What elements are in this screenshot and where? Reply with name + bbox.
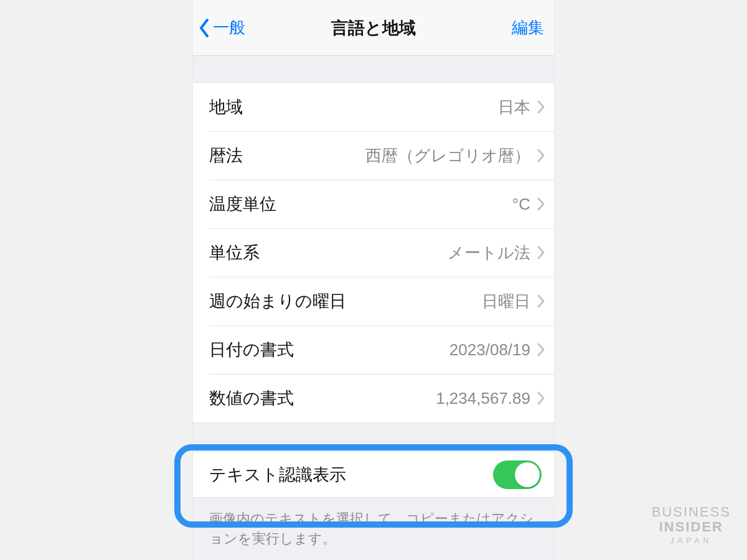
row-date-format[interactable]: 日付の書式 2023/08/19 xyxy=(193,325,554,374)
row-value: 西暦（グレゴリオ暦） xyxy=(365,145,530,167)
row-label: 数値の書式 xyxy=(209,387,294,409)
chevron-right-icon xyxy=(537,148,545,163)
row-label: 地域 xyxy=(209,96,243,118)
back-button[interactable]: 一般 xyxy=(198,17,245,39)
settings-screen: 一般 言語と地域 編集 地域 日本 暦法 西暦（グレゴリオ暦） 温度単位 °C xyxy=(193,0,554,560)
row-label: 単位系 xyxy=(209,241,260,264)
row-value: 1,234,567.89 xyxy=(436,389,530,408)
chevron-right-icon xyxy=(537,245,545,260)
section-gap xyxy=(193,56,554,82)
chevron-right-icon xyxy=(537,294,545,309)
row-value: メートル法 xyxy=(448,242,530,264)
watermark-line1: BUSINESS xyxy=(652,504,731,520)
chevron-right-icon xyxy=(537,342,545,357)
row-measurement-system[interactable]: 単位系 メートル法 xyxy=(193,228,554,277)
watermark: BUSINESS INSIDER JAPAN xyxy=(652,504,731,545)
row-calendar[interactable]: 暦法 西暦（グレゴリオ暦） xyxy=(193,131,554,180)
row-value: 2023/08/19 xyxy=(449,340,530,360)
live-text-footer: 画像内のテキストを選択して、コピーまたはアクションを実行します。 xyxy=(193,498,554,549)
row-value: 日曜日 xyxy=(482,291,530,312)
settings-list: 地域 日本 暦法 西暦（グレゴリオ暦） 温度単位 °C 単位系 メートル法 xyxy=(193,82,554,423)
row-label: 暦法 xyxy=(209,144,243,167)
watermark-line3: JAPAN xyxy=(652,536,731,545)
navbar: 一般 言語と地域 編集 xyxy=(193,0,554,56)
page-title: 言語と地域 xyxy=(331,17,416,39)
edit-button[interactable]: 編集 xyxy=(512,17,544,39)
row-value: 日本 xyxy=(498,96,530,118)
row-label: 温度単位 xyxy=(209,193,276,215)
row-label: テキスト認識表示 xyxy=(209,464,346,486)
row-first-day-of-week[interactable]: 週の始まりの曜日 日曜日 xyxy=(193,277,554,325)
row-label: 日付の書式 xyxy=(209,338,294,361)
chevron-left-icon xyxy=(198,17,212,39)
row-label: 週の始まりの曜日 xyxy=(209,290,346,312)
live-text-toggle[interactable] xyxy=(493,460,542,489)
row-live-text[interactable]: テキスト認識表示 xyxy=(193,452,554,498)
chevron-right-icon xyxy=(537,197,545,212)
section-gap xyxy=(193,423,554,452)
back-label: 一般 xyxy=(213,17,245,39)
chevron-right-icon xyxy=(537,100,545,114)
row-number-format[interactable]: 数値の書式 1,234,567.89 xyxy=(193,374,554,422)
watermark-line2: INSIDER xyxy=(652,519,731,535)
chevron-right-icon xyxy=(537,391,545,406)
row-temperature-unit[interactable]: 温度単位 °C xyxy=(193,180,554,228)
row-region[interactable]: 地域 日本 xyxy=(193,83,554,131)
row-value: °C xyxy=(512,195,530,214)
